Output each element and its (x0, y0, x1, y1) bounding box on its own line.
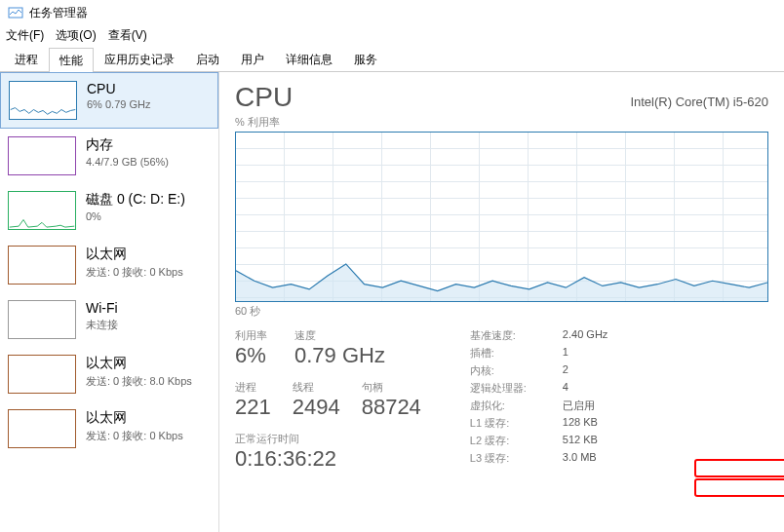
cpu-chart (235, 132, 768, 302)
sidebar-thumb (8, 409, 76, 448)
stat-value: 2 (563, 363, 568, 378)
processes-value: 221 (235, 395, 271, 420)
sidebar-thumb (8, 136, 76, 175)
sidebar-item-6[interactable]: 以太网发送: 0 接收: 0 Kbps (0, 401, 218, 456)
stat-value: 512 KB (563, 434, 598, 448)
stat-row-6: L2 缓存:512 KB (470, 434, 608, 448)
menu-file[interactable]: 文件(F) (6, 27, 44, 45)
tab-6[interactable]: 服务 (343, 47, 388, 71)
handles-label: 句柄 (362, 380, 421, 395)
sidebar-item-3[interactable]: 以太网发送: 0 接收: 0 Kbps (0, 238, 218, 292)
sidebar-item-title: 磁盘 0 (C: D: E:) (86, 191, 185, 209)
stat-key: 逻辑处理器: (470, 381, 563, 396)
stat-key: 插槽: (470, 346, 563, 361)
stat-row-4: 虚拟化:已启用 (470, 399, 608, 413)
sidebar-item-title: 以太网 (86, 355, 192, 372)
stat-value: 2.40 GHz (563, 328, 608, 343)
stat-row-1: 插槽:1 (470, 346, 608, 361)
stat-row-5: L1 缓存:128 KB (470, 416, 608, 431)
chart-y-label: % 利用率 (235, 115, 768, 130)
sidebar-thumb (8, 191, 76, 230)
menubar: 文件(F) 选项(O) 查看(V) (0, 25, 784, 47)
svg-marker-1 (236, 264, 767, 301)
sidebar-item-sub: 6% 0.79 GHz (87, 98, 150, 110)
threads-value: 2494 (293, 395, 340, 420)
stat-key: 虚拟化: (470, 399, 563, 413)
tab-0[interactable]: 进程 (4, 47, 49, 71)
stats-left: 利用率 6% 速度 0.79 GHz 进程 221 线程 249 (235, 328, 421, 472)
stat-row-0: 基准速度:2.40 GHz (470, 328, 608, 343)
sidebar-item-title: 以太网 (86, 246, 183, 263)
stat-value: 1 (563, 346, 568, 361)
uptime-value: 0:16:36:22 (235, 446, 421, 472)
stat-value: 3.0 MB (563, 451, 597, 466)
sidebar-thumb (8, 300, 76, 339)
tab-4[interactable]: 用户 (230, 47, 275, 71)
sidebar-thumb (8, 246, 76, 285)
tab-2[interactable]: 应用历史记录 (94, 47, 185, 71)
sidebar-item-0[interactable]: CPU6% 0.79 GHz (0, 72, 218, 129)
sidebar-item-2[interactable]: 磁盘 0 (C: D: E:)0% (0, 183, 218, 238)
stat-row-3: 逻辑处理器:4 (470, 381, 608, 396)
chart-x-label: 60 秒 (235, 304, 768, 319)
tab-3[interactable]: 启动 (185, 47, 230, 71)
svg-rect-0 (9, 8, 22, 18)
sidebar-item-title: 内存 (86, 136, 169, 154)
uptime-label: 正常运行时间 (235, 432, 421, 446)
stat-value: 128 KB (563, 416, 598, 431)
titlebar: 任务管理器 (0, 0, 784, 25)
sidebar-item-sub: 发送: 0 接收: 8.0 Kbps (86, 374, 192, 389)
sidebar-item-1[interactable]: 内存4.4/7.9 GB (56%) (0, 129, 218, 183)
sidebar-item-title: 以太网 (86, 409, 183, 427)
tab-1[interactable]: 性能 (49, 48, 94, 72)
app-icon (8, 5, 23, 20)
tab-bar: 进程性能应用历史记录启动用户详细信息服务 (0, 47, 784, 72)
sidebar-item-sub: 发送: 0 接收: 0 Kbps (86, 429, 183, 443)
sidebar-item-sub: 0% (86, 210, 185, 222)
window-title: 任务管理器 (29, 5, 88, 21)
cpu-model: Intel(R) Core(TM) i5-620 (630, 95, 768, 109)
stat-row-2: 内核:2 (470, 363, 608, 378)
sidebar-item-sub: 发送: 0 接收: 0 Kbps (86, 265, 183, 280)
sidebar-item-title: Wi-Fi (86, 300, 118, 316)
highlight-logical (694, 478, 784, 497)
stat-key: L1 缓存: (470, 416, 563, 431)
utilization-value: 6% (235, 343, 267, 368)
cpu-title: CPU (235, 82, 293, 113)
stats-right: 基准速度:2.40 GHz插槽:1内核:2逻辑处理器:4虚拟化:已启用L1 缓存… (470, 328, 608, 472)
stat-key: 内核: (470, 363, 563, 378)
sidebar-thumb (9, 81, 77, 120)
stat-key: 基准速度: (470, 328, 563, 343)
sidebar-item-5[interactable]: 以太网发送: 0 接收: 8.0 Kbps (0, 347, 218, 401)
stat-row-7: L3 缓存:3.0 MB (470, 451, 608, 466)
main-panel: CPU Intel(R) Core(TM) i5-620 % 利用率 60 秒 … (219, 72, 784, 532)
threads-label: 线程 (293, 380, 340, 395)
speed-label: 速度 (294, 328, 385, 343)
stat-value: 已启用 (563, 399, 595, 413)
speed-value: 0.79 GHz (294, 343, 385, 368)
sidebar-thumb (8, 355, 76, 394)
stat-value: 4 (563, 381, 568, 396)
handles-value: 88724 (362, 395, 421, 420)
stat-key: L3 缓存: (470, 451, 563, 466)
stat-key: L2 缓存: (470, 434, 563, 448)
sidebar-item-sub: 4.4/7.9 GB (56%) (86, 156, 169, 168)
sidebar: CPU6% 0.79 GHz内存4.4/7.9 GB (56%)磁盘 0 (C:… (0, 72, 219, 532)
menu-options[interactable]: 选项(O) (56, 27, 96, 45)
sidebar-item-4[interactable]: Wi-Fi未连接 (0, 292, 218, 347)
tab-5[interactable]: 详细信息 (275, 47, 343, 71)
utilization-label: 利用率 (235, 328, 267, 343)
menu-view[interactable]: 查看(V) (108, 27, 147, 45)
sidebar-item-title: CPU (87, 81, 150, 96)
processes-label: 进程 (235, 380, 271, 395)
sidebar-item-sub: 未连接 (86, 318, 118, 332)
